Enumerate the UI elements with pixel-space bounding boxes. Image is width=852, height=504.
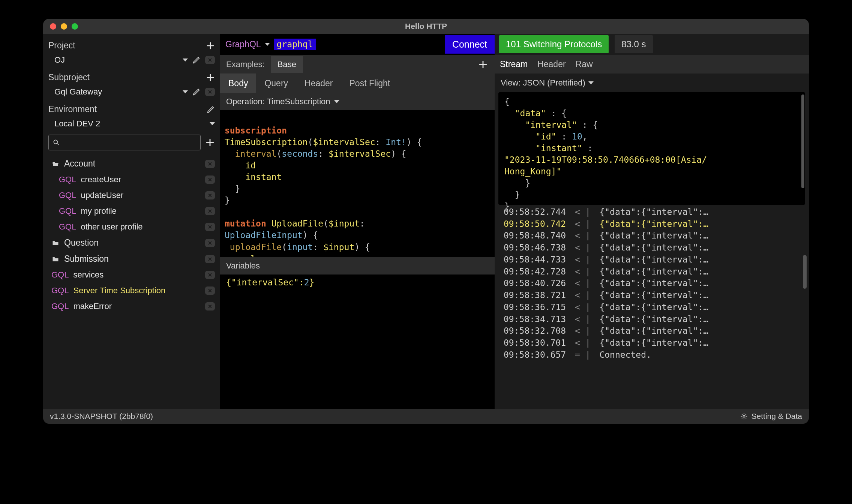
log-row[interactable]: 09:58:52.744 < | {"data":{"interval":… [504, 206, 803, 218]
project-label: Project [48, 40, 75, 51]
log-row[interactable]: 09:58:38.721 < | {"data":{"interval":… [504, 290, 803, 302]
gear-icon [740, 412, 748, 420]
environment-header: Environment [43, 100, 220, 117]
variables-editor[interactable]: {"intervalSec":2} [220, 274, 495, 409]
request-tabs: BodyQueryHeaderPost Flight [220, 74, 495, 93]
delete-item-button[interactable] [205, 207, 215, 215]
response-pane: 101 Switching Protocols 83.0 s StreamHea… [495, 34, 809, 409]
delete-item-button[interactable] [205, 286, 215, 295]
response-status-row: 101 Switching Protocols 83.0 s [495, 34, 809, 55]
request-item[interactable]: GQL createUser [43, 172, 220, 188]
edit-environments-button[interactable] [207, 105, 215, 114]
log-row[interactable]: 09:58:42.728 < | {"data":{"interval":… [504, 266, 803, 278]
example-tab-base[interactable]: Base [271, 56, 303, 73]
log-row[interactable]: 09:58:46.738 < | {"data":{"interval":… [504, 242, 803, 254]
delete-subproject-button[interactable] [205, 88, 215, 96]
gql-tag: GQL [59, 175, 76, 184]
variables-header: Variables [220, 257, 495, 274]
log-row[interactable]: 09:58:34.713 < | {"data":{"interval":… [504, 314, 803, 326]
project-selector[interactable]: OJ [43, 53, 220, 69]
response-tabs: StreamHeaderRaw [495, 55, 809, 74]
request-item[interactable]: GQL Server Time Subscription [43, 283, 220, 298]
stream-log[interactable]: 09:58:52.744 < | {"data":{"interval":…09… [495, 206, 809, 409]
project-value: OJ [54, 55, 65, 65]
log-row[interactable]: 09:58:36.715 < | {"data":{"interval":… [504, 302, 803, 314]
delete-item-button[interactable] [205, 271, 215, 279]
delete-item-button[interactable] [205, 255, 215, 263]
settings-label: Setting & Data [752, 412, 802, 421]
delete-item-button[interactable] [205, 302, 215, 310]
folder-row[interactable]: Account [43, 156, 220, 172]
request-item[interactable]: GQL makeError [43, 298, 220, 314]
url-input[interactable]: graphql [274, 39, 316, 50]
add-example-button[interactable] [471, 60, 495, 69]
request-tree: Account GQL createUser GQL updateUser GQ… [43, 154, 220, 409]
response-tab-stream[interactable]: Stream [500, 59, 528, 69]
search-input[interactable] [60, 138, 196, 147]
subproject-selector[interactable]: Gql Gateway [43, 85, 220, 100]
edit-project-button[interactable] [192, 56, 201, 64]
window-title: Hello HTTP [43, 22, 809, 31]
log-row[interactable]: 09:58:40.726 < | {"data":{"interval":… [504, 278, 803, 290]
request-label: Server Time Subscription [73, 286, 165, 296]
request-tab-body[interactable]: Body [220, 74, 256, 93]
folder-icon [51, 239, 60, 247]
delete-item-button[interactable] [205, 176, 215, 184]
log-row[interactable]: 09:58:50.742 < | {"data":{"interval":… [504, 218, 803, 230]
log-row[interactable]: 09:58:44.733 < | {"data":{"interval":… [504, 254, 803, 266]
delete-item-button[interactable] [205, 223, 215, 231]
delete-item-button[interactable] [205, 160, 215, 168]
chevron-down-icon [183, 58, 188, 62]
response-body-viewer[interactable]: { "data" : { "interval" : { "id" : 10, "… [498, 92, 805, 205]
gql-tag: GQL [59, 206, 76, 216]
gql-tag: GQL [51, 302, 69, 311]
connect-button[interactable]: Connect [445, 35, 495, 54]
operation-selector[interactable]: Operation: TimeSubscription [220, 93, 495, 110]
add-request-button[interactable] [205, 138, 215, 147]
edit-subproject-button[interactable] [192, 88, 201, 96]
log-row[interactable]: 09:58:30.701 < | {"data":{"interval":… [504, 337, 803, 349]
project-header: Project [43, 37, 220, 53]
scrollbar-thumb[interactable] [801, 94, 804, 188]
request-item[interactable]: GQL updateUser [43, 188, 220, 203]
delete-item-button[interactable] [205, 191, 215, 200]
response-tab-raw[interactable]: Raw [576, 59, 593, 69]
operation-label: Operation: TimeSubscription [226, 97, 330, 106]
request-label: updateUser [81, 190, 123, 200]
add-project-button[interactable] [206, 41, 215, 50]
settings-button[interactable]: Setting & Data [740, 412, 802, 421]
request-item[interactable]: GQL services [43, 267, 220, 283]
folder-row[interactable]: Question [43, 235, 220, 251]
sidebar: Project OJ Subproject [43, 34, 220, 409]
log-row[interactable]: 09:58:48.740 < | {"data":{"interval":… [504, 230, 803, 242]
timing-badge: 83.0 s [615, 35, 652, 53]
scrollbar-thumb[interactable] [803, 255, 807, 289]
request-tab-query[interactable]: Query [256, 74, 296, 93]
svg-point-1 [743, 415, 745, 417]
query-editor[interactable]: subscription TimeSubscription($intervalS… [220, 110, 495, 257]
subproject-header: Subproject [43, 69, 220, 85]
request-topbar: GraphQL graphql Connect [220, 34, 495, 55]
response-tab-header[interactable]: Header [537, 59, 566, 69]
request-item[interactable]: GQL other user profile [43, 219, 220, 235]
request-tab-header[interactable]: Header [296, 74, 341, 93]
folder-row[interactable]: Submission [43, 251, 220, 267]
environment-selector[interactable]: Local DEV 2 [43, 117, 220, 132]
log-row[interactable]: 09:58:32.708 < | {"data":{"interval":… [504, 325, 803, 337]
folder-open-icon [51, 160, 60, 168]
add-subproject-button[interactable] [206, 73, 215, 82]
request-tab-post flight[interactable]: Post Flight [341, 74, 399, 93]
request-item[interactable]: GQL my profile [43, 203, 220, 219]
log-row[interactable]: 09:58:30.657 = | Connected. [504, 349, 803, 361]
protocol-selector[interactable]: GraphQL [225, 39, 261, 50]
chevron-down-icon [588, 81, 594, 84]
delete-project-button[interactable] [205, 56, 215, 64]
request-label: makeError [73, 302, 112, 311]
request-label: my profile [81, 206, 116, 216]
search-box[interactable] [48, 135, 201, 150]
delete-item-button[interactable] [205, 239, 215, 247]
chevron-down-icon [210, 122, 215, 125]
view-selector[interactable]: View: JSON (Prettified) [495, 74, 809, 92]
svg-point-0 [54, 140, 57, 144]
request-label: services [73, 270, 104, 280]
